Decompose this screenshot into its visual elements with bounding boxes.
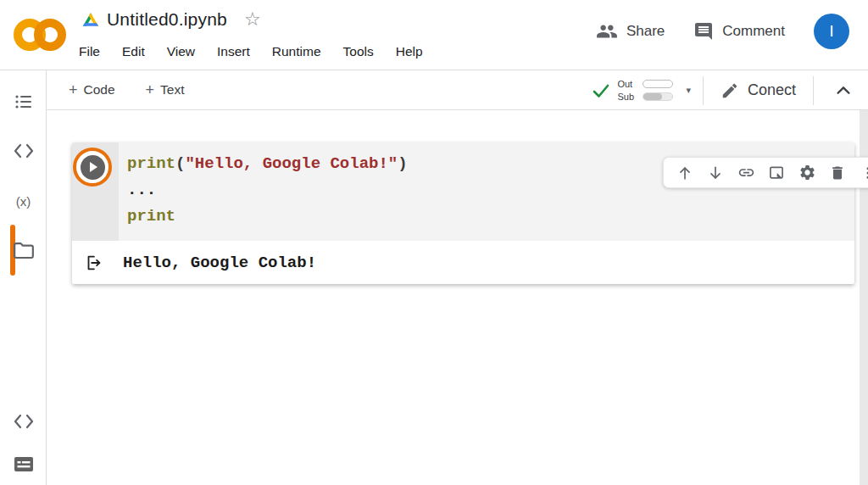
code-token: print bbox=[127, 207, 175, 226]
title-row: Untitled0.ipynb ☆ bbox=[81, 8, 261, 31]
resource-status[interactable]: Out Sub ▾ bbox=[591, 79, 691, 102]
add-text-button[interactable]: + Text bbox=[137, 77, 193, 103]
output-text: Hello, Google Colab! bbox=[123, 254, 316, 272]
plus-icon: + bbox=[69, 81, 78, 99]
code-line: print("Hello, Google Colab!") bbox=[127, 151, 408, 177]
variable-inspector-icon[interactable]: (x) bbox=[0, 184, 47, 218]
move-cell-up-icon[interactable] bbox=[672, 160, 698, 186]
code-cell: print("Hello, Google Colab!")...print He… bbox=[72, 142, 854, 284]
sub-meter-bar bbox=[643, 92, 673, 101]
menu-edit[interactable]: Edit bbox=[111, 41, 156, 63]
code-line: print bbox=[127, 203, 408, 230]
menu-view[interactable]: View bbox=[156, 41, 206, 63]
sub-meter-fill bbox=[643, 93, 661, 100]
chevron-down-icon[interactable]: ▾ bbox=[686, 85, 691, 96]
add-code-label: Code bbox=[84, 82, 115, 98]
avatar[interactable]: I bbox=[814, 14, 849, 49]
find-replace-code-icon[interactable] bbox=[0, 134, 47, 168]
header-actions: Share Comment I bbox=[596, 14, 849, 49]
menu-help[interactable]: Help bbox=[385, 41, 434, 63]
colab-app: Untitled0.ipynb ☆ File Edit View Insert … bbox=[0, 0, 868, 485]
run-cell-button[interactable] bbox=[73, 148, 112, 187]
people-icon bbox=[596, 20, 618, 42]
code-token: print bbox=[127, 154, 175, 173]
share-label: Share bbox=[626, 23, 665, 40]
code-snippets-icon[interactable] bbox=[0, 404, 47, 438]
cell-toolbar bbox=[663, 157, 868, 188]
sub-label: Sub bbox=[617, 92, 637, 102]
share-button[interactable]: Share bbox=[596, 20, 665, 42]
plus-icon: + bbox=[146, 81, 155, 99]
comment-label: Comment bbox=[722, 23, 785, 40]
cell-settings-gear-icon[interactable] bbox=[794, 160, 820, 186]
menu-tools[interactable]: Tools bbox=[332, 41, 385, 63]
code-token: ... bbox=[127, 181, 156, 199]
code-text[interactable]: print("Hello, Google Colab!")...print bbox=[127, 151, 408, 230]
connect-label: Conect bbox=[748, 81, 796, 99]
colab-logo-icon[interactable] bbox=[12, 9, 68, 60]
comment-icon bbox=[693, 21, 714, 42]
colab-logo-right-ring bbox=[34, 19, 66, 51]
pencil-icon bbox=[721, 81, 739, 100]
cell-output-area: Hello, Google Colab! bbox=[72, 241, 854, 284]
toolbar-right: Out Sub ▾ Conect bbox=[591, 70, 863, 110]
header: Untitled0.ipynb ☆ File Edit View Insert … bbox=[0, 0, 868, 70]
move-cell-down-icon[interactable] bbox=[703, 160, 728, 186]
menu-file[interactable]: File bbox=[68, 41, 111, 63]
connect-button[interactable]: Conect bbox=[715, 78, 801, 103]
drive-icon bbox=[81, 11, 100, 28]
menu-runtime[interactable]: Runtime bbox=[261, 41, 332, 63]
code-token: "Hello, Google Colab!" bbox=[185, 154, 398, 173]
collapse-sections-button[interactable] bbox=[826, 78, 861, 103]
divider bbox=[813, 76, 814, 105]
code-line: ... bbox=[127, 177, 408, 203]
out-meter-bar bbox=[643, 80, 673, 88]
left-sidebar: (x) bbox=[0, 70, 47, 485]
menu-bar: File Edit View Insert Runtime Tools Help bbox=[68, 41, 434, 63]
more-vert-icon[interactable] bbox=[855, 160, 868, 186]
add-code-button[interactable]: + Code bbox=[60, 77, 124, 103]
code-token: ( bbox=[175, 154, 185, 173]
output-icon bbox=[84, 253, 103, 273]
divider bbox=[703, 76, 704, 105]
cell-gutter bbox=[72, 142, 119, 241]
link-cell-icon[interactable] bbox=[733, 160, 759, 186]
out-label: Out bbox=[617, 79, 637, 89]
out-meter-row: Out bbox=[617, 79, 673, 89]
delete-cell-trash-icon[interactable] bbox=[825, 160, 850, 186]
menu-insert[interactable]: Insert bbox=[206, 41, 261, 63]
check-icon bbox=[591, 81, 611, 101]
star-icon[interactable]: ☆ bbox=[244, 8, 261, 31]
resource-meters: Out Sub bbox=[617, 79, 673, 102]
code-token: ) bbox=[398, 154, 407, 173]
mirror-cell-in-tab-icon[interactable] bbox=[764, 160, 789, 186]
play-icon bbox=[81, 155, 105, 180]
files-folder-icon[interactable] bbox=[0, 233, 47, 267]
command-palette-icon[interactable] bbox=[0, 447, 47, 481]
sub-meter-row: Sub bbox=[617, 92, 673, 102]
notebook-title[interactable]: Untitled0.ipynb bbox=[107, 9, 227, 30]
notebook-content: print("Hello, Google Colab!")...print He… bbox=[47, 110, 868, 485]
comment-button[interactable]: Comment bbox=[693, 21, 785, 42]
table-of-contents-icon[interactable] bbox=[0, 85, 47, 119]
notebook-toolbar: + Code + Text Out Sub bbox=[47, 70, 868, 110]
add-text-label: Text bbox=[160, 82, 184, 98]
